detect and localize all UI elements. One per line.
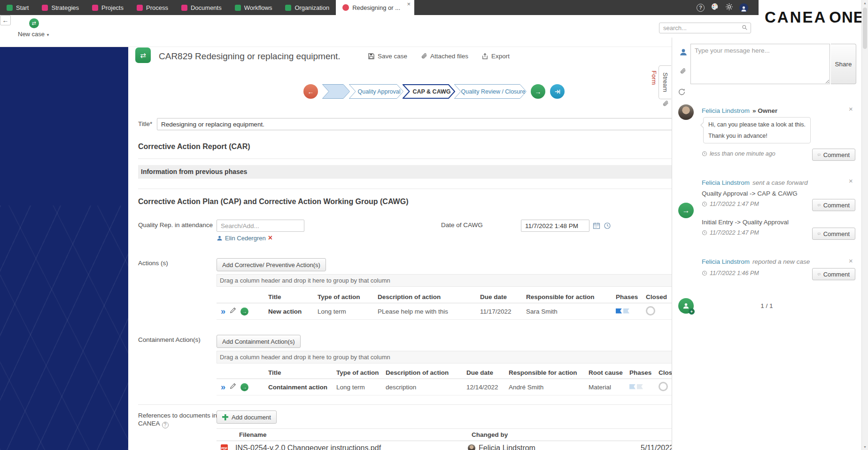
col-phases[interactable]: Phases: [626, 369, 655, 376]
search-icon[interactable]: [742, 24, 748, 32]
time-picker-button[interactable]: [602, 221, 612, 231]
calendar-picker-button[interactable]: [591, 221, 602, 231]
col-description[interactable]: Description of action: [374, 293, 476, 300]
col-filename[interactable]: Filename: [235, 431, 468, 438]
col-due-date[interactable]: Due date: [463, 369, 505, 376]
col-phases[interactable]: Phases: [612, 293, 642, 300]
references-table-row[interactable]: PDF INS-0254-v.2.0 Changeover instructio…: [217, 441, 672, 450]
tab-process[interactable]: Process: [130, 0, 175, 15]
close-icon[interactable]: ×: [849, 105, 853, 112]
expand-row-icon[interactable]: »: [221, 383, 225, 391]
col-description[interactable]: Description of action: [382, 369, 463, 376]
save-case-button[interactable]: Save case: [368, 53, 407, 60]
close-icon[interactable]: ×: [849, 177, 853, 184]
phase-cap-cawg-active[interactable]: CAP & CAWG: [403, 84, 455, 99]
author-name[interactable]: Felicia Lindstrom: [702, 258, 750, 265]
actions-table-header: Title Type of action Description of acti…: [217, 291, 672, 303]
cell-filename[interactable]: INS-0254-v.2.0 Changeover instructions.p…: [235, 444, 468, 450]
phase-back-button[interactable]: ←: [303, 84, 318, 99]
phase-quality-review-closure[interactable]: Quality Review / Closure: [454, 84, 527, 99]
comment-button[interactable]: Comment: [812, 149, 855, 161]
search-input[interactable]: [662, 24, 742, 32]
scroll-down-icon[interactable]: ▼: [862, 445, 868, 449]
message-line: Thank you in advance!: [708, 133, 806, 139]
closed-radio[interactable]: [659, 382, 668, 391]
phase-quality-approval[interactable]: Quality Approval: [349, 84, 403, 99]
col-type[interactable]: Type of action: [333, 369, 382, 376]
title-input[interactable]: [157, 118, 672, 130]
author-name[interactable]: Felicia Lindstrom: [702, 107, 750, 114]
gear-icon[interactable]: [725, 3, 733, 13]
author-role: » Owner: [752, 107, 777, 114]
quality-rep-search-input[interactable]: [217, 220, 304, 232]
comment-button[interactable]: Comment: [812, 228, 855, 240]
back-button[interactable]: ←: [0, 15, 11, 25]
comment-button[interactable]: Comment: [812, 268, 855, 280]
col-root-cause[interactable]: Root cause: [585, 369, 626, 376]
attached-files-label: Attached files: [430, 53, 468, 60]
export-button[interactable]: Export: [481, 53, 510, 60]
group-by-drop-zone[interactable]: Drag a column header and drop it here to…: [217, 274, 672, 287]
date-of-cawg-input[interactable]: [521, 220, 589, 232]
tab-active-case[interactable]: Redesigning or ... ×: [336, 0, 414, 15]
group-by-drop-zone[interactable]: Drag a column header and drop it here to…: [217, 351, 672, 363]
user-avatar-icon[interactable]: [739, 3, 748, 12]
case-forward-icon: →: [678, 203, 694, 218]
edit-pencil-icon[interactable]: [230, 307, 236, 316]
tab-start[interactable]: Start: [0, 0, 35, 15]
share-button[interactable]: Share: [831, 44, 856, 84]
tab-label: Start: [16, 4, 29, 11]
attached-files-button[interactable]: Attached files: [420, 53, 468, 60]
expand-row-icon[interactable]: »: [221, 307, 225, 316]
tab-documents[interactable]: Documents: [175, 0, 228, 15]
cell-changed-by: Felicia Lindstrom: [468, 444, 641, 450]
message-compose-textarea[interactable]: [690, 44, 830, 84]
tab-organization[interactable]: Organization: [279, 0, 336, 15]
collapsible-info-previous-phases[interactable]: Information from previous phases: [138, 165, 672, 179]
add-containment-action-button[interactable]: Add Containment Action(s): [217, 335, 301, 348]
add-document-button[interactable]: Add document: [217, 411, 277, 424]
page-scrollbar[interactable]: ▲ ▼: [861, 0, 868, 450]
refresh-icon[interactable]: [678, 88, 686, 98]
help-icon[interactable]: ?: [697, 4, 705, 12]
closed-radio[interactable]: [646, 306, 655, 316]
col-title[interactable]: Title: [264, 293, 314, 300]
comment-button[interactable]: Comment: [812, 199, 855, 211]
scrollbar-thumb[interactable]: [863, 8, 867, 49]
col-title[interactable]: Title: [264, 369, 333, 376]
col-responsible[interactable]: Responsible for action: [522, 293, 612, 300]
help-tooltip-icon[interactable]: ?: [162, 422, 169, 428]
tab-workflows[interactable]: Workflows: [228, 0, 279, 15]
phase-initial-entry[interactable]: [322, 84, 350, 99]
remove-person-icon[interactable]: ×: [268, 234, 272, 242]
documents-icon: [181, 5, 187, 11]
phase-forward-button[interactable]: →: [531, 84, 545, 99]
send-forward-icon[interactable]: →: [240, 308, 248, 316]
col-responsible[interactable]: Responsible for action: [505, 369, 585, 376]
author-name[interactable]: Felicia Lindstrom: [702, 179, 750, 186]
close-icon[interactable]: ×: [849, 257, 853, 264]
tab-strategies[interactable]: Strategies: [35, 0, 85, 15]
col-type[interactable]: Type of action: [314, 293, 374, 300]
scroll-up-icon[interactable]: ▲: [862, 1, 868, 5]
col-due-date[interactable]: Due date: [476, 293, 522, 300]
stream-attachment-paperclip-icon[interactable]: [662, 100, 669, 109]
palette-icon[interactable]: [711, 2, 719, 13]
tab-stream-vertical[interactable]: Stream: [659, 65, 671, 99]
add-corrective-action-button[interactable]: Add Corrective/ Preventive Action(s): [217, 258, 326, 271]
feed-entry-header: Felicia Lindstromreported a new case: [702, 257, 810, 266]
tab-form-vertical[interactable]: Form: [650, 71, 658, 92]
tab-projects[interactable]: Projects: [85, 0, 130, 15]
new-case-button[interactable]: ⇄ New case▼: [13, 18, 54, 38]
col-changed-by[interactable]: Changed by: [468, 431, 641, 438]
edit-pencil-icon[interactable]: [230, 383, 236, 391]
col-closed[interactable]: Closed: [642, 293, 672, 300]
send-forward-icon[interactable]: →: [240, 383, 248, 391]
phase-skip-to-end-button[interactable]: [550, 84, 565, 99]
actions-table-row[interactable]: » → New action Long term PLease help me …: [217, 303, 672, 320]
close-icon[interactable]: ×: [407, 1, 411, 7]
phase-flag-icon: [629, 384, 636, 389]
col-closed[interactable]: Closed: [655, 369, 672, 376]
attach-file-paperclip-icon[interactable]: [679, 68, 686, 77]
containment-table-row[interactable]: » → Containment action Long term descrip…: [217, 379, 672, 395]
